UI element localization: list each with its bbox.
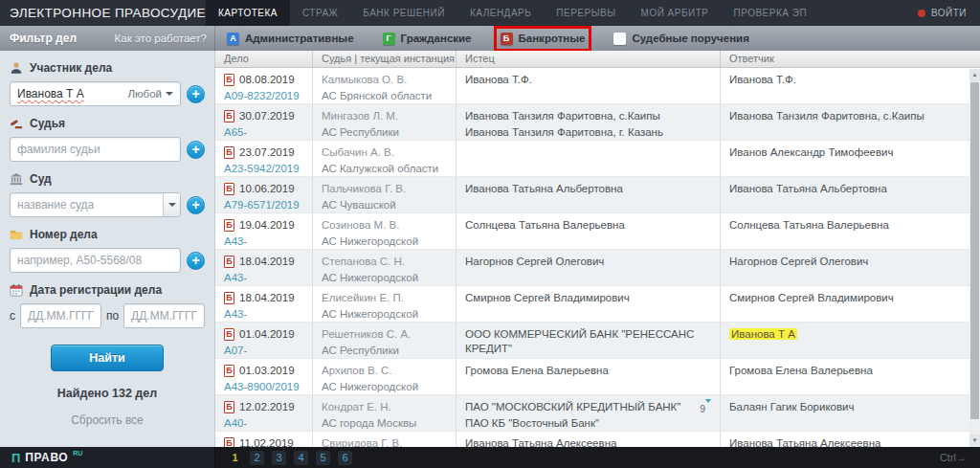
case-number-link[interactable]: А40-32986/2019 [224, 416, 304, 431]
defendant-name: Иванов Александр Тимофеевич [729, 146, 893, 158]
pagination: 123456 [228, 451, 352, 465]
nav-item-kartoteka[interactable]: КАРТОТЕКА [206, 0, 290, 26]
case-number-link[interactable]: А43-8900/2019 [224, 380, 304, 394]
bankruptcy-case-icon: Б [224, 146, 234, 159]
bankruptcy-case-icon: Б [224, 74, 234, 86]
reset-all-link[interactable]: Сбросить все [0, 413, 214, 427]
tab-bankruptcy[interactable]: ББанкротные [501, 33, 586, 45]
case-number-link[interactable]: А07-10026/2019 [224, 344, 304, 358]
nav-item-proverka-ep[interactable]: ПРОВЕРКА ЭП [722, 0, 820, 26]
search-button[interactable]: Найти [51, 345, 164, 371]
case-number-label: Номер дела [30, 228, 98, 241]
scroll-down-button[interactable]: ▼ [969, 435, 980, 447]
court-select-arrow[interactable] [163, 193, 180, 216]
case-date: 10.06.2019 [239, 182, 295, 196]
filter-title: Фильтр дел [10, 32, 77, 45]
bankruptcy-tab-icon: Б [501, 33, 513, 45]
case-cell: Б19.04.2019А43-16638/2019 [215, 213, 313, 249]
pravo-logo-text: ПРАВО [25, 451, 68, 464]
plaintiff-cell: Иванова Татьяна Альбертовна [457, 177, 721, 212]
page-button-3[interactable]: 3 [272, 451, 286, 465]
results-count: Найдено 132 дел [0, 387, 214, 400]
case-date-line: Б23.07.2019 [224, 145, 304, 160]
add-judge-button[interactable]: + [187, 141, 205, 159]
case-number-link[interactable]: А79-6571/2019 [224, 198, 304, 212]
participant-input[interactable]: Иванова Т А Любой [10, 81, 181, 106]
page-button-2[interactable]: 2 [250, 451, 264, 465]
date-from-input[interactable] [20, 303, 101, 328]
tab-civil[interactable]: ГГражданские [383, 33, 472, 45]
nav-item-bank-resheniy[interactable]: БАНК РЕШЕНИЙ [350, 0, 457, 26]
tab-court-orders[interactable]: Судебные поручения [613, 33, 748, 45]
how-it-works-link[interactable]: Как это работает? [115, 33, 207, 44]
judge-name: Архипов В. С. [322, 364, 448, 378]
defendant-name: Нагорнов Сергей Олегович [729, 256, 868, 267]
tab-administrative[interactable]: ААдминистративные [227, 33, 354, 45]
judge-cell: Степанова С. Н.АС Нижегородской области [313, 250, 457, 285]
court-label-row: Суд [10, 172, 205, 186]
case-cell: Б23.07.2019А23-5942/2019 [215, 141, 313, 176]
plaintiff-name: ПАО "МОСКОВСКИЙ КРЕДИТНЫЙ БАНК" [465, 400, 712, 414]
case-date: 18.04.2019 [239, 255, 295, 269]
scrollbar-thumb[interactable] [970, 82, 979, 419]
case-number-link[interactable]: А43-16534/2019 [224, 271, 304, 285]
bankruptcy-case-icon: Б [224, 219, 234, 232]
defendant-name: Смирнов Сергей Владимирович [729, 292, 894, 303]
login-button[interactable]: ВОЙТИ [918, 0, 980, 26]
case-number-link[interactable]: А09-8232/2019 [224, 89, 304, 103]
case-date: 18.04.2019 [239, 291, 295, 305]
case-date-line: Б18.04.2019 [224, 291, 304, 305]
court-orders-tab-icon [613, 33, 626, 45]
court-select-placeholder: название суда [11, 198, 163, 212]
case-number-link[interactable]: А43-16430/2019 [224, 307, 304, 322]
participant-label-row: Участник дела [10, 61, 205, 75]
nav-item-moy-arbitr[interactable]: МОЙ АРБИТР [629, 0, 722, 26]
pravo-logo[interactable]: П ПРАВО RU [0, 447, 215, 468]
add-case-number-button[interactable]: + [187, 252, 205, 270]
table-row: Б01.03.2019А43-8900/2019Архипов В. С.АС … [215, 359, 980, 395]
calendar-icon [10, 283, 23, 297]
nav-item-strazh[interactable]: СТРАЖ [290, 0, 350, 26]
page-button-6[interactable]: 6 [338, 451, 352, 465]
court-select[interactable]: название суда [10, 192, 181, 217]
chevron-down-icon [166, 92, 173, 96]
nav-item-kalendar[interactable]: КАЛЕНДАРЬ [457, 0, 544, 26]
court-name: АС Республики Татарстан [322, 125, 448, 140]
page-button-1[interactable]: 1 [228, 451, 242, 465]
participant-group: Участник дела Иванова Т А Любой + [10, 61, 205, 106]
case-cell: Б11.02.2019А45-4130/2019 [215, 432, 313, 447]
reg-date-group: Дата регистрации дела с по [10, 283, 205, 328]
page-button-5[interactable]: 5 [316, 451, 330, 465]
case-number-link[interactable]: А23-5942/2019 [224, 162, 304, 176]
plaintiff-cell: ПАО "МОСКОВСКИЙ КРЕДИТНЫЙ БАНК"ПАО КБ "В… [457, 395, 721, 431]
plaintiff-name: Иванова Т.Ф. [465, 73, 712, 87]
nav-item-pereryvy[interactable]: ПЕРЕРЫВЫ [544, 0, 628, 26]
civil-tab-icon: Г [383, 33, 395, 45]
column-header-defendant[interactable]: Ответчик [721, 51, 980, 67]
date-to-input[interactable] [123, 303, 205, 328]
column-header-case[interactable]: Дело [215, 51, 313, 67]
judge-input[interactable] [10, 137, 181, 162]
case-date-line: Б19.04.2019 [224, 218, 304, 233]
defendant-cell: Иванова Т.Ф. [721, 68, 980, 103]
plaintiff-cell: Нагорнов Сергей Олегович [457, 250, 721, 285]
more-parties-badge[interactable]: 9 [700, 402, 711, 416]
date-from-label: с [10, 309, 15, 323]
add-participant-button[interactable]: + [187, 85, 205, 103]
app-window: ЭЛЕКТРОННОЕ ПРАВОСУДИЕ КАРТОТЕКАСТРАЖБАН… [0, 0, 980, 468]
column-header-judge[interactable]: Судья | текущая инстанция [313, 51, 457, 67]
table-row: Б10.06.2019А79-6571/2019Пальчикова Г. В.… [215, 177, 980, 213]
scroll-up-button[interactable]: ▲ [969, 69, 980, 81]
column-header-plaintiff[interactable]: Истец [457, 51, 721, 67]
case-number-link[interactable]: А43-16638/2019 [224, 234, 304, 249]
case-number-link[interactable]: А65-22737/2019 [224, 125, 304, 140]
plaintiff-cell: Смирнов Сергей Владимирович [457, 286, 721, 322]
add-court-button[interactable]: + [187, 196, 205, 214]
page-button-4[interactable]: 4 [294, 451, 308, 465]
participant-role-dropdown[interactable]: Любой [127, 88, 173, 100]
plaintiff-name: Солнцева Татьяна Валерьевна [465, 218, 712, 233]
case-number-input[interactable] [10, 248, 181, 273]
case-date-line: Б01.03.2019 [224, 364, 304, 378]
case-date: 19.04.2019 [239, 218, 295, 233]
vertical-scrollbar[interactable]: ▲ ▼ [969, 69, 980, 447]
